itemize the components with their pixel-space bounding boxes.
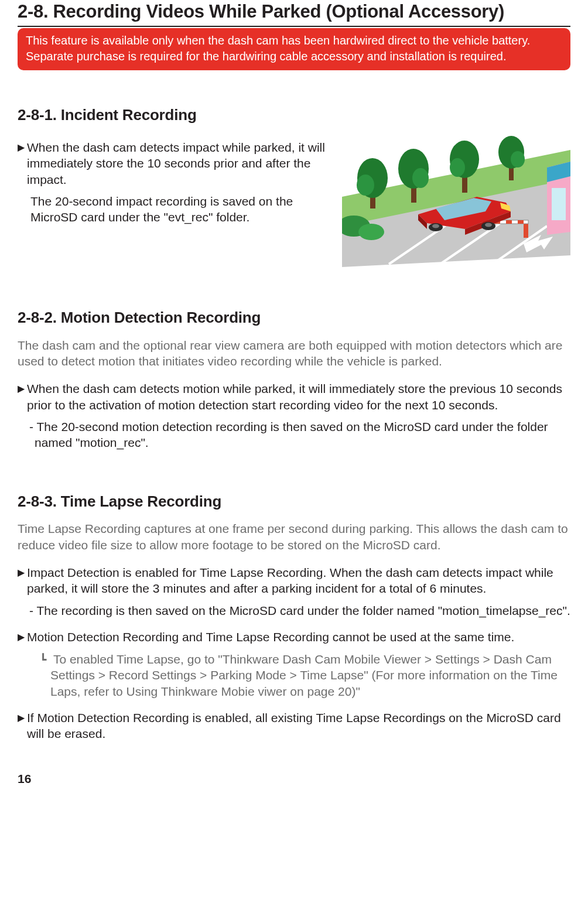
bullet-item: ▶ If Motion Detection Recording is enabl…: [18, 710, 570, 742]
bullet-item: ▶ When the dash cam detects motion while…: [18, 381, 570, 413]
svg-point-18: [357, 175, 374, 196]
note-text: The 20-second impact recording is saved …: [30, 193, 330, 225]
svg-point-27: [511, 151, 525, 167]
bullet-item: ▶ Impact Detection is enabled for Time L…: [18, 565, 570, 597]
bullet-text: If Motion Detection Recording is enabled…: [27, 710, 570, 742]
section-heading-2-8: 2-8. Recording Videos While Parked (Opti…: [18, 0, 570, 27]
section-281-text: ▶ When the dash cam detects impact while…: [18, 135, 330, 225]
svg-point-34: [432, 224, 439, 228]
svg-point-24: [450, 158, 465, 177]
subsection-heading-2-8-1: 2-8-1. Incident Recording: [18, 105, 570, 125]
bullet-text: When the dash cam detects impact while p…: [27, 139, 330, 187]
bullet-text: Impact Detection is enabled for Time Lap…: [27, 565, 570, 597]
warning-banner: This feature is available only when the …: [18, 28, 570, 70]
triangle-bullet-icon: ▶: [18, 565, 25, 597]
section-283-intro: Time Lapse Recording captures at one fra…: [18, 521, 570, 553]
bullet-item: ▶ When the dash cam detects impact while…: [18, 139, 330, 187]
svg-point-21: [412, 168, 429, 188]
svg-point-38: [358, 224, 384, 240]
sub-note: ┗ To enabled Time Lapse, go to "Thinkwar…: [40, 651, 570, 699]
sub-note-text: To enabled Time Lapse, go to "Thinkware …: [50, 652, 558, 698]
bullet-text: Motion Detection Recording and Time Laps…: [27, 629, 570, 645]
page-number: 16: [18, 771, 570, 787]
parking-lot-illustration: [342, 132, 570, 267]
svg-point-35: [485, 223, 492, 227]
dash-note: - The 20-second motion detection recordi…: [29, 419, 570, 451]
triangle-bullet-icon: ▶: [18, 139, 25, 187]
triangle-bullet-icon: ▶: [18, 381, 25, 413]
branch-icon: ┗: [40, 653, 53, 666]
triangle-bullet-icon: ▶: [18, 710, 25, 742]
triangle-bullet-icon: ▶: [18, 629, 25, 645]
dash-note: - The recording is then saved on the Mic…: [29, 603, 570, 618]
bullet-item: ▶ Motion Detection Recording and Time La…: [18, 629, 570, 645]
svg-rect-15: [518, 220, 524, 224]
subsection-heading-2-8-2: 2-8-2. Motion Detection Recording: [18, 308, 570, 328]
svg-rect-9: [552, 188, 566, 220]
svg-rect-14: [506, 220, 512, 224]
bullet-text: When the dash cam detects motion while p…: [27, 381, 570, 413]
section-282-intro: The dash cam and the optional rear view …: [18, 337, 570, 370]
subsection-heading-2-8-3: 2-8-3. Time Lapse Recording: [18, 492, 570, 512]
